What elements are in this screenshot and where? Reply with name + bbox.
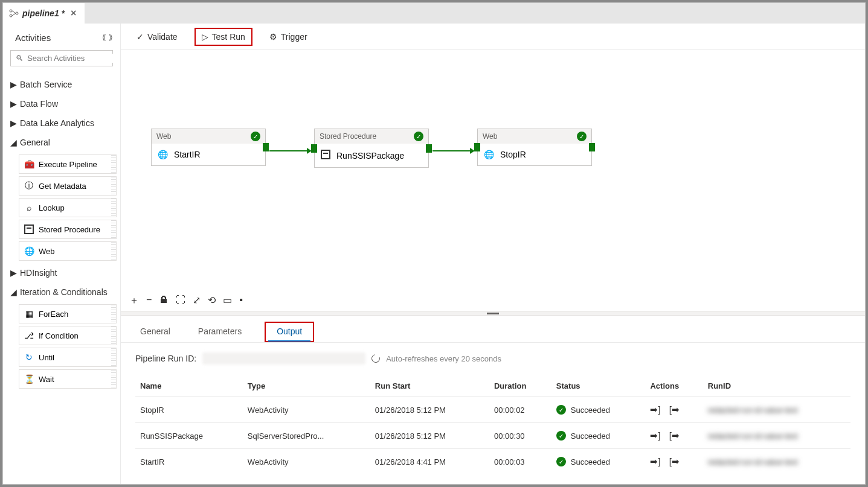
activity-if-condition[interactable]: ⎇If Condition: [19, 326, 117, 345]
svg-point-0: [10, 10, 12, 12]
caret-right-icon: ▶: [10, 118, 15, 128]
col-runstart: Run Start: [370, 375, 489, 397]
web-icon: 🌐: [24, 246, 34, 256]
canvas-zoom-tools: ＋ − 🔒︎ ⛶ ⤢ ⟲ ▭ ▪: [129, 294, 243, 307]
node-runssispackage[interactable]: Stored Procedure✓ RunSSISPackage: [314, 129, 429, 168]
input-port[interactable]: [311, 144, 317, 153]
tab-title: pipeline1 *: [22, 8, 65, 18]
category-data-flow[interactable]: ▶Data Flow: [7, 94, 117, 113]
fullscreen-icon[interactable]: ⤢: [193, 294, 201, 307]
caret-right-icon: ▶: [10, 268, 15, 278]
col-name: Name: [135, 375, 243, 397]
panel-resize-handle[interactable]: [121, 311, 865, 316]
category-general[interactable]: ◢General: [7, 133, 117, 152]
activity-wait[interactable]: ⏳Wait: [19, 369, 117, 389]
status-ok-icon: ✓: [577, 132, 587, 141]
cell-runid: redacted-run-id-value-text: [703, 423, 850, 449]
info-icon: ⓘ: [24, 181, 34, 191]
input-port[interactable]: [474, 143, 480, 151]
run-id-label: Pipeline Run ID:: [135, 354, 196, 363]
test-run-button[interactable]: ▷Test Run: [194, 28, 252, 46]
output-action-icon[interactable]: [➡: [669, 404, 680, 415]
grip-icon: [111, 199, 116, 217]
cell-runstart: 01/26/2018 5:12 PM: [370, 397, 489, 423]
lock-icon[interactable]: 🔒︎: [159, 294, 169, 307]
grip-icon: [111, 220, 116, 238]
wait-icon: ⏳: [24, 374, 34, 384]
zoom-in-icon[interactable]: ＋: [129, 294, 139, 307]
input-action-icon[interactable]: ➡]: [650, 404, 660, 415]
canvas-toolbar: ✓Validate ▷Test Run ⚙Trigger: [121, 24, 865, 50]
cell-duration: 00:00:02: [489, 397, 551, 423]
cell-duration: 00:00:03: [489, 449, 551, 475]
zoom-out-icon[interactable]: −: [146, 294, 152, 307]
status-ok-icon: ✓: [251, 132, 260, 141]
cell-runstart: 01/26/2018 5:12 PM: [370, 423, 489, 449]
auto-refresh-text: Auto-refreshes every 20 seconds: [386, 354, 501, 363]
category-data-lake-analytics[interactable]: ▶Data Lake Analytics: [7, 113, 117, 133]
cell-runstart: 01/26/2018 4:41 PM: [370, 449, 489, 475]
activity-execute-pipeline[interactable]: 🧰Execute Pipeline: [19, 154, 117, 174]
output-action-icon[interactable]: [➡: [669, 456, 680, 467]
status-ok-icon: ✓: [414, 132, 423, 141]
zoom-reset-icon[interactable]: ⟲: [208, 294, 216, 307]
tab-output[interactable]: Output: [265, 322, 314, 342]
output-port[interactable]: [426, 144, 432, 153]
web-icon: 🌐: [158, 150, 168, 159]
trigger-button[interactable]: ⚙Trigger: [266, 30, 311, 44]
execute-pipeline-icon: 🧰: [24, 159, 34, 169]
node-startir[interactable]: Web✓ 🌐StartIR: [151, 129, 266, 166]
cell-status: ✓Succeeded: [551, 397, 646, 423]
cell-runid: redacted-run-id-value-text: [703, 449, 850, 475]
output-port[interactable]: [263, 143, 269, 151]
category-batch-service[interactable]: ▶Batch Service: [7, 75, 117, 94]
activity-stored-procedure[interactable]: Stored Procedure: [19, 220, 117, 239]
status-ok-icon: ✓: [556, 405, 566, 415]
foreach-icon: ▦: [24, 309, 34, 319]
fit-icon[interactable]: ⛶: [176, 294, 185, 307]
search-input[interactable]: [27, 54, 121, 63]
validate-button[interactable]: ✓Validate: [133, 30, 181, 44]
close-icon[interactable]: ×: [68, 8, 79, 19]
cell-name: StopIR: [135, 397, 243, 423]
cell-status: ✓Succeeded: [551, 423, 646, 449]
activities-sidebar: Activities ⟪ ⟫ 🔍︎ ▶Batch Service ▶Data F…: [3, 24, 121, 484]
layout-icon[interactable]: ▭: [223, 294, 232, 307]
cell-name: RunSSISPackage: [135, 423, 243, 449]
caret-right-icon: ▶: [10, 99, 15, 109]
caret-down-icon: ◢: [10, 138, 15, 147]
output-action-icon[interactable]: [➡: [669, 430, 680, 441]
svg-point-2: [16, 12, 18, 14]
cell-actions: ➡][➡: [645, 397, 702, 423]
until-icon: ↻: [24, 352, 34, 362]
input-action-icon[interactable]: ➡]: [650, 456, 660, 467]
search-activities[interactable]: 🔍︎: [10, 50, 113, 66]
tab-parameters[interactable]: Parameters: [193, 322, 246, 342]
col-status: Status: [551, 375, 646, 397]
if-icon: ⎇: [24, 331, 34, 340]
tab-pipeline1[interactable]: pipeline1 * ×: [3, 3, 85, 24]
category-iteration-conditionals[interactable]: ◢Iteration & Conditionals: [7, 282, 117, 302]
activity-lookup[interactable]: ⌕Lookup: [19, 198, 117, 217]
collapse-all-icon[interactable]: ⟪: [102, 33, 106, 42]
grip-icon: [111, 177, 116, 195]
refresh-icon[interactable]: [370, 352, 382, 364]
node-stopir[interactable]: Web✓ 🌐StopIR: [477, 129, 592, 166]
output-panel: Pipeline Run ID: Auto-refreshes every 20…: [121, 343, 865, 484]
category-hdinsight[interactable]: ▶HDInsight: [7, 263, 117, 282]
activity-get-metadata[interactable]: ⓘGet Metadata: [19, 176, 117, 196]
activity-web[interactable]: 🌐Web: [19, 241, 117, 261]
col-actions: Actions: [645, 375, 702, 397]
cell-actions: ➡][➡: [645, 449, 702, 475]
pipeline-canvas[interactable]: Web✓ 🌐StartIR Stored Procedure✓ RunSSISP…: [121, 50, 865, 311]
minimap-icon[interactable]: ▪: [239, 294, 243, 307]
activity-foreach[interactable]: ▦ForEach: [19, 304, 117, 323]
input-action-icon[interactable]: ➡]: [650, 430, 660, 441]
expand-all-icon[interactable]: ⟫: [109, 33, 113, 42]
activity-until[interactable]: ↻Until: [19, 348, 117, 367]
tab-general[interactable]: General: [135, 322, 175, 342]
pipeline-icon: [9, 8, 19, 18]
output-port[interactable]: [589, 143, 595, 151]
connector: [432, 150, 471, 151]
play-icon: ▷: [202, 32, 208, 42]
